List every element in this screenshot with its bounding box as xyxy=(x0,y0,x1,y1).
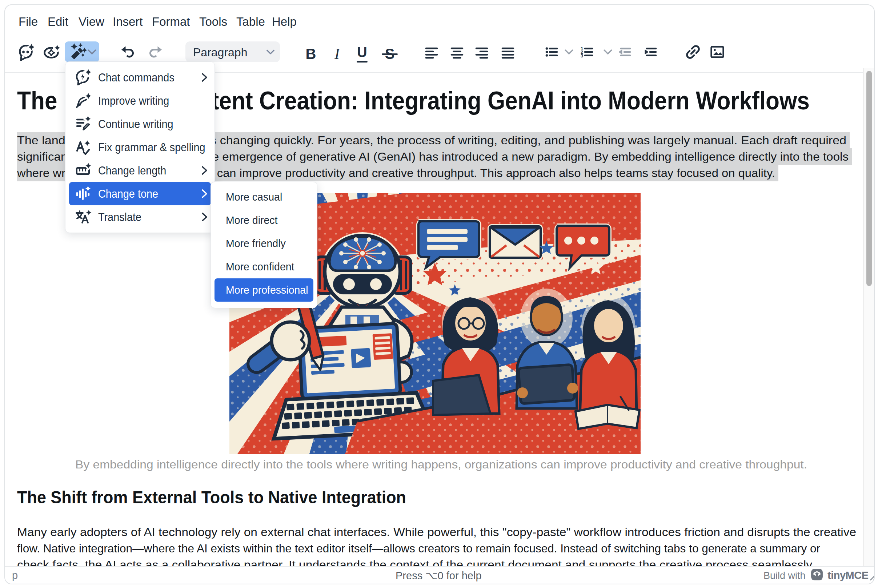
svg-text:3: 3 xyxy=(581,53,583,58)
